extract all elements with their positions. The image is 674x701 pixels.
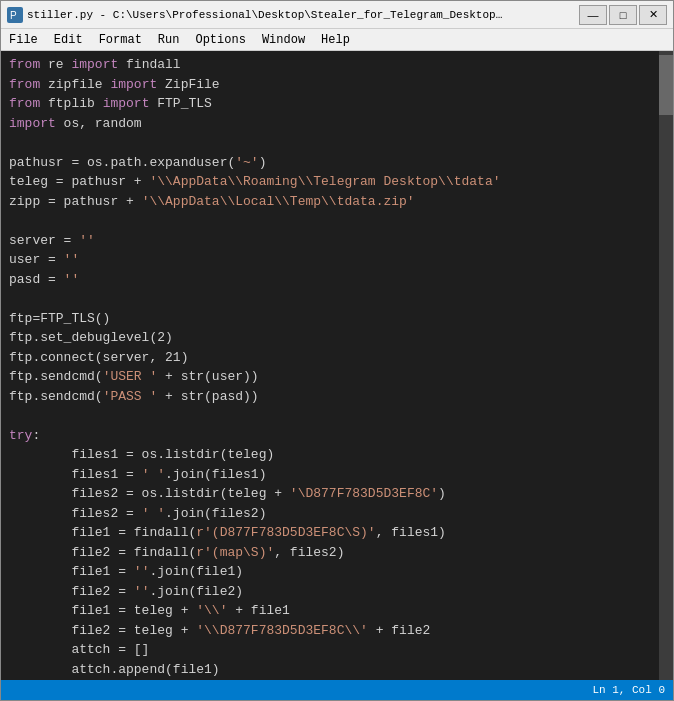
title-bar: P stiller.py - C:\Users\Professional\Des… <box>1 1 673 29</box>
code-editor[interactable]: from re import findall from zipfile impo… <box>1 51 659 680</box>
scrollbar-thumb[interactable] <box>659 55 673 115</box>
title-buttons: — □ ✕ <box>579 5 667 25</box>
main-window: P stiller.py - C:\Users\Professional\Des… <box>0 0 674 701</box>
minimize-button[interactable]: — <box>579 5 607 25</box>
title-bar-left: P stiller.py - C:\Users\Professional\Des… <box>7 7 507 23</box>
menu-help[interactable]: Help <box>313 31 358 49</box>
python-icon: P <box>7 7 23 23</box>
menu-format[interactable]: Format <box>91 31 150 49</box>
menu-window[interactable]: Window <box>254 31 313 49</box>
menu-edit[interactable]: Edit <box>46 31 91 49</box>
svg-text:P: P <box>10 10 17 21</box>
cursor-position: Ln 1, Col 0 <box>592 684 665 696</box>
close-button[interactable]: ✕ <box>639 5 667 25</box>
menu-options[interactable]: Options <box>187 31 253 49</box>
menu-bar: File Edit Format Run Options Window Help <box>1 29 673 51</box>
maximize-button[interactable]: □ <box>609 5 637 25</box>
scrollbar[interactable] <box>659 51 673 680</box>
editor-area: from re import findall from zipfile impo… <box>1 51 673 680</box>
menu-file[interactable]: File <box>1 31 46 49</box>
title-text: stiller.py - C:\Users\Professional\Deskt… <box>27 9 507 21</box>
menu-run[interactable]: Run <box>150 31 188 49</box>
code-block: from re import findall from zipfile impo… <box>9 55 651 680</box>
status-bar: Ln 1, Col 0 <box>1 680 673 700</box>
